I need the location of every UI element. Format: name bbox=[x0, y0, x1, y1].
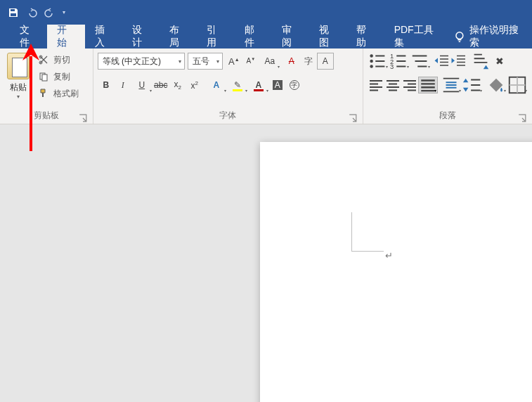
italic-button[interactable]: I bbox=[115, 77, 131, 93]
align-left-button[interactable] bbox=[368, 77, 384, 93]
tab-references[interactable]: 引用 bbox=[197, 25, 234, 48]
undo-icon bbox=[26, 7, 37, 18]
line-spacing-button[interactable]: ▾ bbox=[462, 77, 483, 93]
increase-indent-button[interactable] bbox=[450, 53, 467, 70]
redo-button[interactable] bbox=[41, 4, 59, 22]
character-border-button[interactable]: A bbox=[317, 53, 334, 70]
tab-help[interactable]: 帮助 bbox=[346, 25, 384, 48]
align-right-button[interactable] bbox=[401, 77, 418, 93]
page-margin-marker bbox=[351, 212, 384, 252]
decrease-indent-button[interactable] bbox=[434, 53, 450, 70]
character-border-icon: A bbox=[323, 56, 328, 66]
group-font: 等线 (中文正文) ▾ 五号 ▾ A▲ A▼ Aa▾ A 字 A B I U▾ … bbox=[93, 48, 363, 124]
svg-text:3: 3 bbox=[390, 63, 394, 70]
decrease-indent-icon bbox=[434, 53, 450, 70]
qat-customize-button[interactable]: ▾ bbox=[59, 4, 69, 22]
chevron-down-icon: ▾ bbox=[63, 9, 65, 15]
dialog-launcher-icon[interactable] bbox=[518, 114, 526, 122]
enclose-char-icon: 字 bbox=[290, 80, 299, 90]
svg-point-6 bbox=[370, 60, 373, 63]
scissors-icon bbox=[38, 54, 49, 65]
grow-font-button[interactable]: A▲ bbox=[226, 53, 242, 70]
borders-button[interactable]: ▾ bbox=[507, 77, 528, 93]
subscript-icon: x2 bbox=[174, 79, 181, 91]
svg-rect-4 bbox=[42, 74, 47, 81]
text-effects-button[interactable]: A▾ bbox=[206, 77, 227, 93]
bold-icon: B bbox=[103, 80, 109, 90]
numbering-button[interactable]: 123▾ bbox=[389, 53, 410, 70]
align-center-icon bbox=[384, 77, 401, 93]
shrink-font-button[interactable]: A▼ bbox=[242, 53, 259, 70]
tab-file[interactable]: 文件 bbox=[10, 25, 47, 48]
tab-layout[interactable]: 布局 bbox=[160, 25, 197, 48]
strikethrough-icon: abc bbox=[154, 80, 167, 90]
dialog-launcher-icon[interactable] bbox=[349, 114, 357, 122]
sort-button[interactable] bbox=[470, 53, 491, 70]
char-shading-icon: A bbox=[273, 80, 283, 90]
save-button[interactable] bbox=[4, 4, 22, 22]
tab-view[interactable]: 视图 bbox=[309, 25, 346, 48]
distribute-button[interactable]: ▾ bbox=[441, 77, 462, 93]
paragraph-mark: ↵ bbox=[385, 250, 393, 261]
strikethrough-button[interactable]: abc bbox=[153, 77, 169, 93]
tab-home[interactable]: 开始 bbox=[47, 25, 84, 48]
character-shading-button[interactable]: 字 bbox=[300, 53, 317, 70]
format-painter-button[interactable]: 格式刷 bbox=[35, 85, 82, 102]
subscript-button[interactable]: x2 bbox=[169, 77, 186, 93]
shading-button[interactable]: ▾ bbox=[486, 77, 507, 93]
save-icon bbox=[8, 7, 19, 18]
font-color-button[interactable]: A▾ bbox=[248, 77, 269, 93]
tell-me-label: 操作说明搜索 bbox=[469, 24, 522, 49]
increase-indent-icon bbox=[450, 53, 467, 70]
enclose-char-button[interactable]: 字 bbox=[286, 77, 303, 93]
group-clipboard: 粘贴 ▾ 剪切 复制 格式刷 剪贴板 bbox=[0, 48, 93, 124]
font-size-combo[interactable]: 五号 ▾ bbox=[188, 53, 223, 70]
bold-button[interactable]: B bbox=[98, 77, 115, 93]
tab-design[interactable]: 设计 bbox=[122, 25, 160, 48]
tell-me-search[interactable]: 操作说明搜索 bbox=[448, 25, 532, 48]
copy-button[interactable]: 复制 bbox=[35, 68, 82, 85]
show-paragraph-marks-button[interactable]: ✖ bbox=[491, 53, 508, 70]
superscript-icon: x2 bbox=[191, 80, 198, 91]
shrink-font-icon: A▼ bbox=[246, 57, 255, 65]
superscript-button[interactable]: x2 bbox=[186, 77, 203, 93]
char-shading-button[interactable]: A bbox=[269, 77, 286, 93]
undo-button[interactable] bbox=[22, 4, 41, 22]
highlight-icon: ✎ bbox=[234, 80, 241, 90]
font-name-value: 等线 (中文正文) bbox=[103, 56, 161, 67]
clipboard-group-label: 剪贴板 bbox=[34, 110, 59, 120]
character-width-icon: 字 bbox=[304, 56, 313, 67]
underline-button[interactable]: U▾ bbox=[131, 77, 153, 93]
chevron-down-icon: ▾ bbox=[17, 93, 20, 100]
tab-review[interactable]: 审阅 bbox=[272, 25, 309, 48]
multilevel-list-button[interactable]: ▾ bbox=[410, 53, 431, 70]
paste-button[interactable]: 粘贴 ▾ bbox=[4, 51, 32, 110]
font-group-label: 字体 bbox=[219, 110, 236, 120]
document-page[interactable]: ↵ bbox=[260, 142, 532, 402]
chevron-down-icon: ▾ bbox=[216, 58, 219, 65]
italic-icon: I bbox=[122, 80, 124, 91]
svg-point-7 bbox=[370, 65, 373, 68]
tab-insert[interactable]: 插入 bbox=[85, 25, 122, 48]
sort-icon bbox=[470, 51, 491, 72]
justify-button[interactable]: ▾ bbox=[418, 77, 438, 93]
paste-label: 粘贴 bbox=[10, 82, 27, 93]
ribbon-tabs: 文件 开始 插入 设计 布局 引用 邮件 审阅 视图 帮助 PDF工具集 操作说… bbox=[0, 25, 532, 48]
font-name-combo[interactable]: 等线 (中文正文) ▾ bbox=[98, 53, 185, 70]
change-case-button[interactable]: Aa▾ bbox=[259, 53, 280, 70]
document-canvas[interactable]: ↵ bbox=[0, 124, 532, 402]
change-case-icon: Aa bbox=[264, 56, 275, 66]
highlight-button[interactable]: ✎▾ bbox=[227, 77, 248, 93]
phonetic-guide-button[interactable]: A bbox=[283, 53, 300, 70]
bullets-button[interactable]: ▾ bbox=[368, 53, 389, 70]
paste-icon bbox=[7, 53, 30, 79]
align-center-button[interactable] bbox=[384, 77, 401, 93]
align-left-icon bbox=[368, 77, 384, 93]
paragraph-group-label: 段落 bbox=[439, 110, 456, 120]
cut-button[interactable]: 剪切 bbox=[35, 51, 82, 68]
tab-mailings[interactable]: 邮件 bbox=[235, 25, 272, 48]
chevron-down-icon: ▾ bbox=[179, 58, 181, 65]
pilcrow-icon: ✖ bbox=[495, 56, 504, 67]
dialog-launcher-icon[interactable] bbox=[79, 114, 87, 122]
tab-pdf-tools[interactable]: PDF工具集 bbox=[384, 25, 448, 48]
